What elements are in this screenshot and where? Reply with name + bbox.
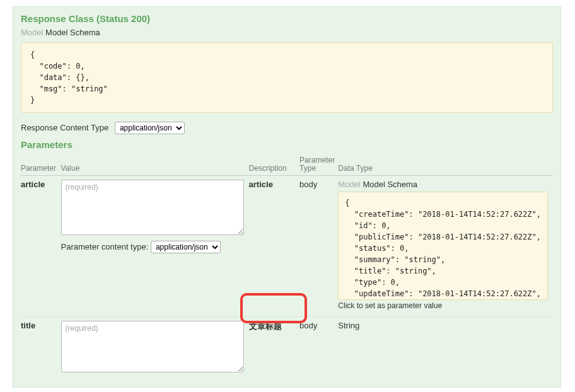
dt-simple: String [338, 321, 359, 330]
param-value-input[interactable] [61, 180, 244, 235]
param-name: title [21, 317, 61, 381]
parameters-tbody: articleParameter content type: applicati… [21, 176, 553, 381]
param-content-type-label: Parameter content type: [61, 242, 149, 251]
param-description: article [249, 176, 300, 317]
model-schema-tabs: Model Model Schema [21, 28, 553, 37]
parameters-table: Parameter Value Description Parameter Ty… [21, 153, 553, 381]
model-tab[interactable]: Model [21, 28, 43, 37]
param-description: 文章标题 [249, 317, 300, 381]
col-description: Description [249, 153, 300, 176]
parameters-title: Parameters [21, 139, 553, 150]
model-schema-tab[interactable]: Model Schema [45, 28, 100, 37]
param-content-type-select[interactable]: application/json [151, 241, 221, 253]
param-type: body [299, 176, 338, 317]
param-name: article [21, 176, 61, 317]
param-value-input[interactable] [61, 321, 244, 372]
table-row: articleParameter content type: applicati… [21, 176, 553, 317]
click-to-set-hint[interactable]: Click to set as parameter value [338, 301, 548, 310]
col-value: Value [61, 153, 249, 176]
response-panel: Response Class (Status 200) Model Model … [13, 6, 561, 388]
col-parameter: Parameter [21, 153, 61, 176]
dt-model-tabs: Model Model Schema [338, 180, 548, 189]
param-content-type-row: Parameter content type: application/json [61, 241, 244, 253]
dt-schema-box[interactable]: { "createTime": "2018-01-14T14:52:27.622… [338, 192, 548, 300]
response-content-type-select[interactable]: application/json [115, 122, 185, 134]
param-data-type-cell: String [338, 317, 553, 381]
param-data-type-cell: Model Model Schema{ "createTime": "2018-… [338, 176, 553, 317]
param-value-cell [61, 317, 249, 381]
col-data-type: Data Type [338, 153, 553, 176]
dt-model-schema-tab[interactable]: Model Schema [363, 180, 417, 189]
response-class-title: Response Class (Status 200) [21, 13, 553, 24]
response-schema-box: { "code": 0, "data": {}, "msg": "string"… [21, 42, 553, 113]
response-content-type-label: Response Content Type [21, 123, 108, 132]
response-content-type-row: Response Content Type application/json [21, 122, 553, 134]
dt-model-tab[interactable]: Model [338, 180, 360, 189]
col-parameter-type: Parameter Type [299, 153, 338, 176]
param-value-cell: Parameter content type: application/json [61, 176, 249, 317]
table-row: title文章标题bodyString [21, 317, 553, 381]
param-type: body [299, 317, 338, 381]
